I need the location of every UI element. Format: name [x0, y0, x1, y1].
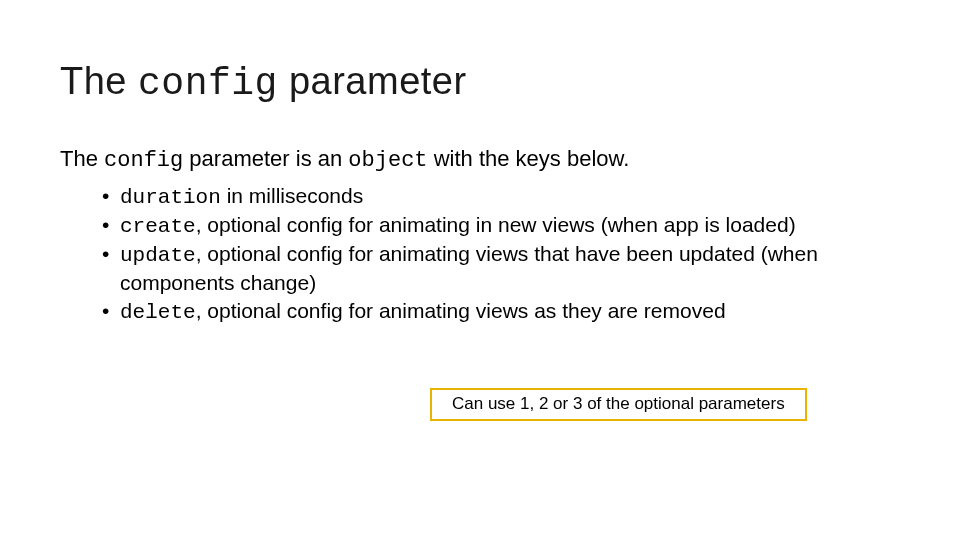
title-post: parameter — [278, 60, 467, 102]
key-name: duration — [120, 186, 221, 209]
key-desc: , optional config for animating in new v… — [196, 213, 796, 236]
key-name: update — [120, 244, 196, 267]
intro-code-2: object — [348, 148, 427, 173]
key-name: create — [120, 215, 196, 238]
list-item: update, optional config for animating vi… — [120, 240, 900, 297]
slide: The config parameter The config paramete… — [0, 0, 960, 540]
key-desc: , optional config for animating views as… — [196, 299, 726, 322]
list-item: create, optional config for animating in… — [120, 211, 900, 240]
intro-code-1: config — [104, 148, 183, 173]
key-desc: , optional config for animating views th… — [120, 242, 818, 294]
key-list: duration in milliseconds create, optiona… — [60, 182, 900, 326]
list-item: delete, optional config for animating vi… — [120, 297, 900, 326]
callout-text: Can use 1, 2 or 3 of the optional parame… — [452, 394, 785, 413]
title-code: config — [138, 62, 278, 105]
intro-pre: The — [60, 146, 104, 171]
callout-box: Can use 1, 2 or 3 of the optional parame… — [430, 388, 807, 421]
title-pre: The — [60, 60, 138, 102]
intro-line: The config parameter is an object with t… — [60, 145, 900, 176]
intro-post: with the keys below. — [428, 146, 630, 171]
intro-mid: parameter is an — [183, 146, 348, 171]
key-name: delete — [120, 301, 196, 324]
key-desc: in milliseconds — [221, 184, 363, 207]
list-item: duration in milliseconds — [120, 182, 900, 211]
slide-title: The config parameter — [60, 60, 900, 105]
